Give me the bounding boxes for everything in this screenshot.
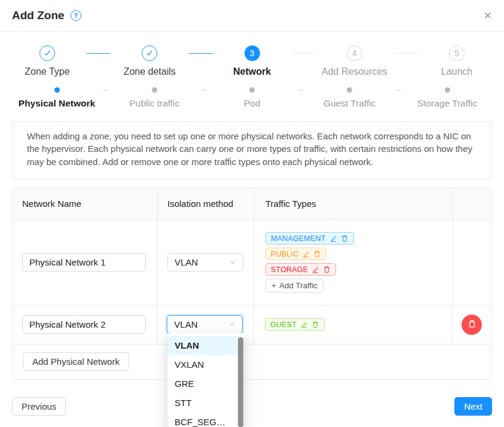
- step-label: Add Resources: [322, 66, 387, 77]
- select-value: VLAN: [175, 257, 198, 267]
- substep-connector: [396, 90, 401, 91]
- step-connector: [189, 53, 212, 54]
- isolation-method-select-1[interactable]: VLAN: [167, 253, 243, 272]
- step-number: 5: [449, 45, 465, 61]
- substep-connector: [201, 90, 205, 91]
- table-row: VLAN MANAGEMENT PUBLIC: [13, 220, 491, 306]
- check-icon: [39, 45, 55, 61]
- trash-icon[interactable]: [341, 234, 349, 242]
- check-icon: [142, 45, 157, 61]
- edit-icon[interactable]: [311, 266, 319, 273]
- add-physical-network-button[interactable]: Add Physical Network: [23, 352, 129, 371]
- add-traffic-button[interactable]: + Add Traffic: [265, 279, 323, 292]
- substep-physical-network[interactable]: Physical Network: [12, 87, 102, 109]
- wizard-steps: Zone Type Zone details 3 Network 4 Add R…: [0, 32, 504, 77]
- traffic-tag-management: MANAGEMENT: [265, 232, 354, 245]
- network-name-input-2[interactable]: [22, 315, 146, 334]
- step-label: Zone details: [124, 66, 176, 77]
- step-number: 4: [347, 45, 362, 61]
- dot-icon: [54, 87, 60, 93]
- dot-icon: [152, 87, 157, 93]
- dropdown-option-vxlan[interactable]: VXLAN: [167, 355, 237, 374]
- table-header-row: Network Name Isolation method Traffic Ty…: [13, 188, 491, 220]
- substep-guest-traffic[interactable]: Guest Traffic: [305, 87, 395, 109]
- previous-button[interactable]: Previous: [12, 397, 66, 416]
- delete-network-button[interactable]: [462, 315, 482, 335]
- add-traffic-label: Add Traffic: [279, 281, 317, 290]
- dropdown-scrollbar-thumb[interactable]: [238, 337, 243, 427]
- substep-label: Public traffic: [129, 98, 179, 109]
- substep-label: Guest Traffic: [323, 98, 376, 109]
- network-substeps: Physical Network Public traffic Pod Gues…: [0, 77, 504, 109]
- substep-connector: [299, 90, 303, 91]
- trash-icon: [467, 319, 477, 331]
- table-row: VLAN GUEST: [13, 306, 491, 344]
- next-button[interactable]: Next: [454, 397, 492, 416]
- column-header-isolation-method: Isolation method: [158, 188, 254, 219]
- table-footer-row: Add Physical Network: [13, 344, 491, 379]
- dropdown-option-stt[interactable]: STT: [167, 394, 237, 413]
- isolation-method-select-2[interactable]: VLAN: [167, 315, 243, 334]
- step-label: Network: [233, 66, 271, 77]
- plus-icon: +: [271, 281, 276, 290]
- substep-label: Storage Traffic: [417, 98, 478, 109]
- step-connector: [394, 53, 417, 54]
- dot-icon: [445, 87, 450, 93]
- tag-label: STORAGE: [271, 266, 308, 274]
- add-zone-dialog: Add Zone ? ✕ Zone Type Zone details 3 Ne…: [0, 0, 504, 416]
- tag-label: MANAGEMENT: [271, 234, 326, 243]
- dropdown-option-gre[interactable]: GRE: [167, 374, 237, 394]
- physical-network-table: Network Name Isolation method Traffic Ty…: [12, 188, 492, 380]
- step-connector: [292, 53, 315, 54]
- column-header-actions: [453, 188, 491, 219]
- step-launch[interactable]: 5 Launch: [421, 45, 492, 77]
- isolation-method-dropdown: VLAN VXLAN GRE STT BCF_SEGM…: [167, 333, 244, 427]
- substep-public-traffic[interactable]: Public traffic: [109, 87, 199, 109]
- edit-icon[interactable]: [300, 321, 308, 328]
- dialog-title: Add Zone: [12, 9, 65, 22]
- trash-icon[interactable]: [313, 250, 321, 258]
- step-number: 3: [245, 45, 260, 61]
- dropdown-scrollbar[interactable]: [237, 336, 244, 427]
- substep-connector: [103, 90, 108, 91]
- column-header-network-name: Network Name: [13, 188, 158, 219]
- step-label: Zone Type: [25, 66, 69, 77]
- substep-label: Physical Network: [19, 98, 95, 109]
- chevron-up-icon: [229, 319, 236, 330]
- traffic-tag-guest: GUEST: [265, 318, 325, 331]
- step-label: Launch: [441, 66, 473, 77]
- info-box: When adding a zone, you need to set up o…: [12, 121, 492, 179]
- chevron-down-icon: [230, 257, 236, 267]
- help-icon[interactable]: ?: [71, 10, 81, 21]
- substep-pod[interactable]: Pod: [207, 87, 297, 109]
- step-network[interactable]: 3 Network: [217, 45, 288, 77]
- close-icon[interactable]: ✕: [484, 11, 492, 21]
- edit-icon[interactable]: [329, 234, 337, 242]
- step-zone-type[interactable]: Zone Type: [12, 45, 83, 77]
- select-value: VLAN: [174, 319, 197, 330]
- dialog-header: Add Zone ? ✕: [0, 0, 504, 32]
- substep-label: Pod: [244, 98, 261, 109]
- network-name-input-1[interactable]: [22, 253, 146, 272]
- tag-label: GUEST: [270, 321, 297, 329]
- traffic-tag-public: PUBLIC: [265, 248, 326, 260]
- step-zone-details[interactable]: Zone details: [114, 45, 185, 77]
- traffic-tag-storage: STORAGE: [265, 263, 336, 276]
- step-add-resources[interactable]: 4 Add Resources: [319, 45, 390, 77]
- trash-icon[interactable]: [311, 321, 319, 328]
- trash-icon[interactable]: [323, 266, 331, 273]
- substep-storage-traffic[interactable]: Storage Traffic: [402, 87, 492, 109]
- dot-icon: [249, 87, 255, 93]
- column-header-traffic-types: Traffic Types: [254, 188, 453, 219]
- dot-icon: [347, 87, 352, 93]
- dialog-footer: Previous Next: [12, 397, 492, 416]
- step-connector: [87, 53, 110, 54]
- dropdown-option-bcf-segment[interactable]: BCF_SEGM…: [167, 413, 237, 427]
- edit-icon[interactable]: [302, 250, 310, 258]
- tag-label: PUBLIC: [271, 250, 298, 258]
- dropdown-option-vlan[interactable]: VLAN: [167, 336, 237, 355]
